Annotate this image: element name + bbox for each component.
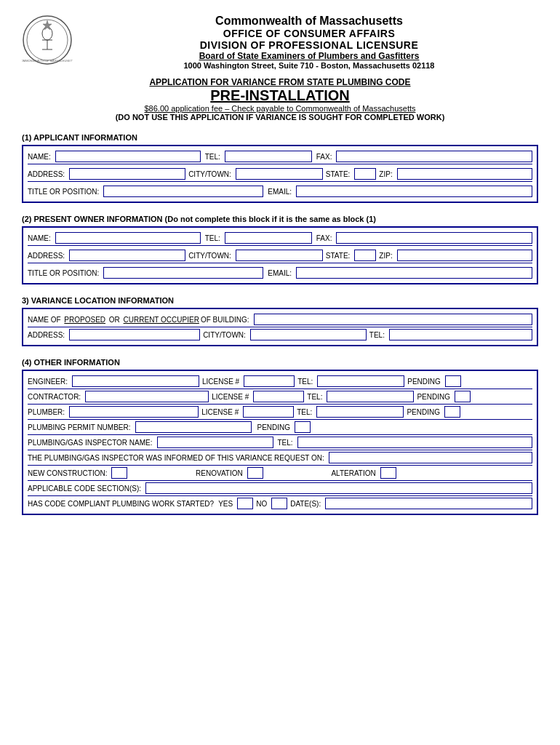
s2-state-input[interactable]: [354, 250, 376, 261]
s1-city-input[interactable]: [236, 168, 323, 180]
s2-email-input[interactable]: [296, 267, 532, 279]
s4-construction-row: NEW CONSTRUCTION: RENOVATION ALTERATION: [28, 466, 532, 481]
s4-plm-pending-input[interactable]: [444, 406, 460, 418]
section3-row2: ADDRESS: CITY/TOWN: TEL:: [28, 327, 532, 342]
s1-tel-input[interactable]: [225, 151, 312, 162]
section2-title: (2) PRESENT OWNER INFORMATION (Do not co…: [22, 215, 538, 223]
section1-row2: ADDRESS: CITY/TOWN: STATE: ZIP:: [28, 167, 532, 182]
s4-new-const-input[interactable]: [111, 467, 127, 479]
s4-permit-pending-input[interactable]: [295, 421, 311, 433]
s4-eng-pending-input[interactable]: [445, 375, 461, 387]
state-seal: COMMONWEALTH OF MASSACHUSETTS: [22, 15, 73, 65]
s4-permit-input[interactable]: [135, 421, 252, 433]
s2-city-input[interactable]: [236, 250, 323, 261]
section2-row2: ADDRESS: CITY/TOWN: STATE: ZIP:: [28, 248, 532, 263]
s3-building-input[interactable]: [254, 314, 532, 325]
s4-started-label: HAS CODE COMPLIANT PLUMBING WORK STARTED…: [28, 500, 214, 508]
section1-row1: NAME: TEL: FAX:: [28, 149, 532, 164]
org-line2: OFFICE OF CONSUMER AFFAIRS: [80, 28, 538, 39]
s4-renovation-label: RENOVATION: [196, 469, 243, 477]
s2-fax-input[interactable]: [336, 232, 532, 244]
app-title: APPLICATION FOR VARIANCE FROM STATE PLUM…: [22, 77, 538, 87]
s1-name-input[interactable]: [55, 151, 201, 162]
s3-proposed-label: PROPOSED: [64, 316, 105, 324]
s1-tel-label: TEL:: [205, 153, 220, 161]
org-line1: Commonwealth of Massachusetts: [80, 15, 538, 28]
s2-tel-input[interactable]: [225, 232, 312, 244]
s4-yes-label: YES: [218, 500, 233, 508]
s3-or-label: OR: [107, 316, 122, 324]
s4-eng-input[interactable]: [72, 375, 199, 387]
s4-plm-lic-label: LICENSE #: [201, 408, 239, 416]
s3-tel-input[interactable]: [389, 329, 532, 340]
header-text: Commonwealth of Massachusetts OFFICE OF …: [80, 15, 538, 70]
s4-informed-row: THE PLUMBING/GAS INSPECTOR WAS INFORMED …: [28, 450, 532, 466]
s4-plm-input[interactable]: [69, 406, 199, 418]
s2-title-input[interactable]: [103, 267, 263, 279]
s4-code-label: APPLICABLE CODE SECTION(S):: [28, 485, 141, 493]
warning-line: (DO NOT USE THIS APPLICATION IF VARIANCE…: [22, 113, 538, 121]
s4-con-tel-input[interactable]: [327, 391, 414, 402]
s4-con-lic-input[interactable]: [253, 391, 304, 402]
s4-alteration-input[interactable]: [380, 467, 396, 479]
section3-title: 3) VARIANCE LOCATION INFORMATION: [22, 296, 538, 305]
s4-no-label: NO: [256, 500, 267, 508]
s2-fax-label: FAX:: [316, 234, 332, 242]
section4-box: ENGINEER: LICENSE # TEL: PENDING CONTRAC…: [22, 370, 538, 515]
s4-code-input[interactable]: [145, 482, 532, 494]
s4-plm-lic-input[interactable]: [243, 406, 294, 418]
s4-con-lic-label: LICENSE #: [212, 393, 249, 401]
s2-tel-label: TEL:: [205, 234, 220, 242]
org-line4: Board of State Examiners of Plumbers and…: [80, 51, 538, 61]
main-title: PRE-INSTALLATION: [22, 87, 538, 104]
s1-zip-input[interactable]: [397, 168, 532, 180]
s1-addr-label: ADDRESS:: [28, 170, 65, 178]
s4-contractor-row: CONTRACTOR: LICENSE # TEL: PENDING: [28, 389, 532, 405]
s1-addr-input[interactable]: [69, 168, 185, 180]
section1-row3: TITLE OR POSITION: EMAIL:: [28, 184, 532, 199]
s4-plm-pending-label: PENDING: [407, 408, 440, 416]
s4-insp-name-input[interactable]: [157, 437, 273, 448]
s4-informed-label: THE PLUMBING/GAS INSPECTOR WAS INFORMED …: [28, 454, 324, 462]
s3-addr-input[interactable]: [69, 329, 200, 340]
s3-tel-label: TEL:: [369, 331, 385, 339]
s4-eng-tel-input[interactable]: [317, 375, 404, 387]
s3-city-input[interactable]: [250, 329, 367, 340]
s3-ofbuilding-label: OF BUILDING:: [201, 316, 249, 324]
s4-dates-input[interactable]: [325, 498, 532, 509]
section-other: (4) OTHER INFORMATION ENGINEER: LICENSE …: [22, 358, 538, 515]
s1-state-input[interactable]: [354, 168, 376, 180]
s4-con-pending-input[interactable]: [455, 391, 471, 402]
svg-text:COMMONWEALTH OF MASSACHUSETTS: COMMONWEALTH OF MASSACHUSETTS: [22, 59, 73, 63]
s2-name-input[interactable]: [55, 232, 201, 244]
s4-plm-tel-input[interactable]: [316, 406, 404, 418]
s4-eng-lic-input[interactable]: [244, 375, 295, 387]
s4-permit-label: PLUMBING PERMIT NUMBER:: [28, 423, 131, 431]
s4-yes-input[interactable]: [237, 498, 253, 509]
s3-occupier-prefix: NAME OF: [28, 316, 63, 324]
s4-started-row: HAS CODE COMPLIANT PLUMBING WORK STARTED…: [28, 496, 532, 511]
s3-city-label: CITY/TOWN:: [203, 331, 246, 339]
s1-email-input[interactable]: [296, 186, 532, 197]
s4-insp-tel-input[interactable]: [297, 437, 532, 448]
s4-permit-row: PLUMBING PERMIT NUMBER: PENDING: [28, 420, 532, 435]
s2-addr-input[interactable]: [69, 250, 185, 261]
s1-name-label: NAME:: [28, 153, 51, 161]
s1-email-label: EMAIL:: [268, 188, 292, 196]
s2-zip-input[interactable]: [397, 250, 532, 261]
section4-title: (4) OTHER INFORMATION: [22, 358, 538, 367]
s4-con-input[interactable]: [85, 391, 209, 402]
section2-row3: TITLE OR POSITION: EMAIL:: [28, 266, 532, 280]
s4-plm-label: PLUMBER:: [28, 408, 65, 416]
s1-fax-input[interactable]: [336, 151, 532, 162]
s2-city-label: CITY/TOWN:: [188, 252, 231, 260]
s4-no-input[interactable]: [271, 498, 287, 509]
org-line5: 1000 Washington Street, Suite 710 - Bost…: [80, 61, 538, 70]
s4-con-label: CONTRACTOR:: [28, 393, 81, 401]
s1-state-label: STATE:: [326, 170, 351, 178]
s4-informed-input[interactable]: [329, 452, 532, 463]
s1-title-input[interactable]: [103, 186, 263, 197]
section3-box: NAME OF PROPOSED OR CURRENT OCCUPIER OF …: [22, 308, 538, 346]
s4-renovation-input[interactable]: [247, 467, 263, 479]
section-owner: (2) PRESENT OWNER INFORMATION (Do not co…: [22, 215, 538, 284]
